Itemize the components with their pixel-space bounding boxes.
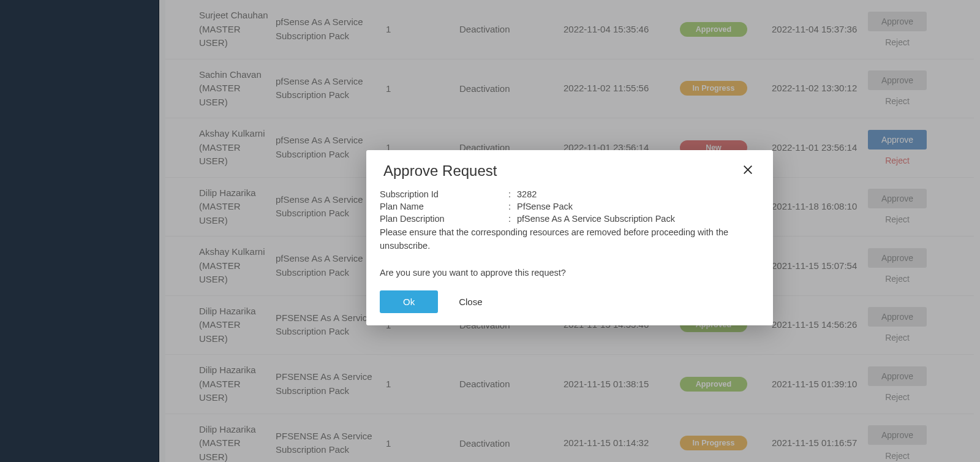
plan-name-label: Plan Name (380, 202, 508, 211)
modal-confirm-text: Are you sure you want to approve this re… (380, 267, 760, 280)
plan-description-label: Plan Description (380, 214, 508, 224)
ok-button[interactable]: Ok (380, 290, 438, 313)
approve-request-modal: Approve Request Subscription Id : 3282 P… (366, 150, 773, 325)
close-icon[interactable] (742, 164, 756, 178)
subscription-id-value: 3282 (517, 189, 760, 199)
modal-title: Approve Request (383, 162, 497, 180)
subscription-id-label: Subscription Id (380, 189, 508, 199)
plan-description-value: pfSense As A Service Subscription Pack (517, 214, 760, 224)
main-panel: Surjeet Chauhan (MASTER USER)pfSense As … (159, 0, 980, 462)
close-button[interactable]: Close (459, 297, 482, 307)
sidebar (0, 0, 159, 462)
plan-name-value: PfSense Pack (517, 202, 760, 211)
modal-warning: Please ensure that the corresponding res… (380, 226, 760, 253)
